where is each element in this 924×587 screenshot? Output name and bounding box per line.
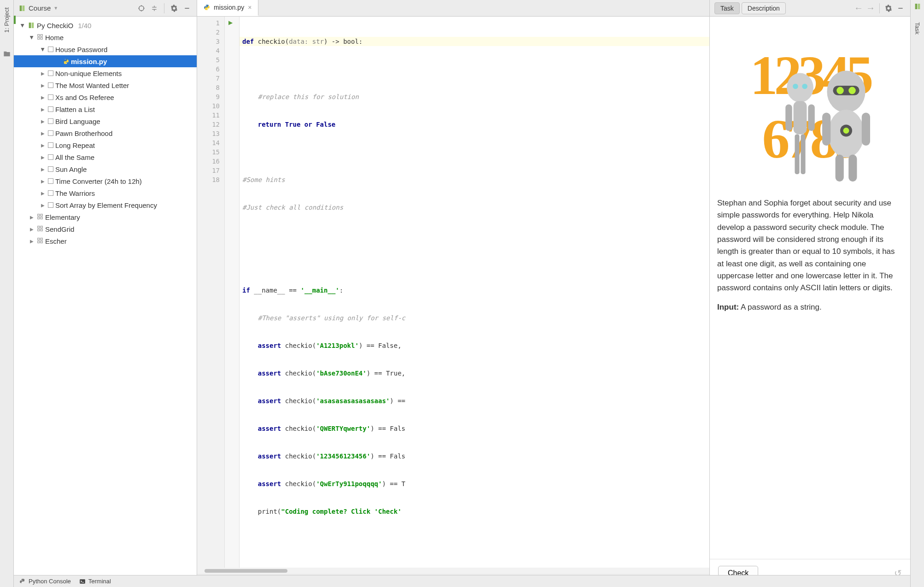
svg-rect-27 — [41, 241, 42, 243]
robot-image — [809, 68, 883, 189]
expand-arrow-icon: ▶ — [29, 239, 35, 244]
project-tool-window[interactable]: 1: Project — [3, 7, 10, 33]
home-label: Home — [45, 34, 64, 41]
terminal-button[interactable]: Terminal — [79, 578, 111, 585]
task-label: Long Repeat — [55, 141, 95, 149]
tree-home[interactable]: ▶ Home — [14, 31, 197, 43]
svg-rect-11 — [41, 34, 42, 36]
line-number: 2 — [197, 28, 224, 37]
task-icon — [48, 178, 53, 184]
python-file-icon — [204, 4, 210, 11]
line-number: 18 — [197, 175, 224, 184]
line-number-gutter: 1 2 3 4 5 6 7 8 9 10 11 12 13 14 15 16 1… — [197, 17, 225, 568]
editor-tabs: mission.py × — [197, 0, 709, 17]
python-console-button[interactable]: Python Console — [19, 578, 71, 585]
book-icon — [28, 22, 35, 29]
tree-task-item[interactable]: ▶Sun Angle — [14, 163, 197, 175]
svg-rect-20 — [38, 226, 40, 228]
svg-point-15 — [66, 63, 67, 64]
grid-icon — [37, 225, 43, 233]
code-editor[interactable]: def checkio(data: str) -> bool: #replace… — [240, 17, 709, 568]
task-icon — [48, 106, 53, 112]
tree-mission-file[interactable]: mission.py — [14, 55, 197, 67]
tree-task-item[interactable]: ▶All the Same — [14, 151, 197, 163]
svg-rect-36 — [801, 134, 805, 174]
task-toolbar: Task Description ← → — [710, 0, 910, 17]
settings-button[interactable] — [883, 3, 894, 13]
svg-rect-24 — [38, 238, 40, 240]
expand-arrow-icon: ▶ — [40, 119, 46, 124]
tree-task-item[interactable]: ▶The Most Wanted Letter — [14, 79, 197, 91]
minimize-button[interactable] — [895, 3, 906, 13]
folder-icon — [3, 50, 11, 58]
python-file-icon — [63, 58, 69, 65]
tree-house-password[interactable]: ▶ House Password — [14, 43, 197, 55]
task-icon — [48, 82, 53, 88]
tree-task-item[interactable]: ▶Non-unique Elements — [14, 67, 197, 79]
tree-task-item[interactable]: ▶Xs and Os Referee — [14, 91, 197, 103]
separator — [164, 3, 164, 13]
task-tab[interactable]: Task — [714, 2, 740, 14]
run-icon[interactable]: ▶ — [228, 19, 233, 26]
svg-rect-13 — [41, 37, 42, 39]
line-number: 10 — [197, 101, 224, 111]
line-number: 12 — [197, 120, 224, 129]
file-label: mission.py — [71, 58, 107, 65]
tree-group-item[interactable]: ▶SendGrid — [14, 223, 197, 235]
settings-button[interactable] — [169, 3, 179, 13]
run-gutter: ▶ — [225, 17, 240, 568]
tree-task-item[interactable]: ▶Long Repeat — [14, 139, 197, 151]
line-number: 7 — [197, 74, 224, 83]
next-task-button[interactable]: → — [866, 3, 876, 13]
svg-rect-21 — [41, 226, 42, 228]
expand-arrow-icon: ▶ — [40, 131, 46, 136]
tree-task-item[interactable]: ▶Bird Language — [14, 115, 197, 127]
prev-task-button[interactable]: ← — [854, 3, 864, 13]
svg-rect-33 — [785, 104, 792, 131]
expand-arrow-icon: ▶ — [40, 71, 46, 76]
tree-task-item[interactable]: ▶Flatten a List — [14, 103, 197, 115]
toolbar-label-text: Course — [29, 4, 51, 12]
collapse-all-button[interactable] — [149, 3, 159, 13]
task-label: Bird Language — [55, 117, 100, 125]
toolbar-title[interactable]: Course ▼ — [18, 4, 134, 12]
task-tool-window[interactable]: Task — [914, 22, 921, 35]
svg-rect-12 — [38, 37, 40, 39]
close-tab-button[interactable]: × — [248, 4, 251, 11]
svg-rect-35 — [795, 134, 799, 174]
task-panel: Task Description ← → 12345 6789 — [710, 0, 910, 587]
tree-group-item[interactable]: ▶Escher — [14, 235, 197, 247]
tree-root[interactable]: ▶ Py CheckiO 1/40 — [14, 19, 197, 31]
book-icon — [914, 3, 921, 10]
task-label: Pawn Brotherhood — [55, 129, 112, 137]
editor-tab[interactable]: mission.py × — [197, 0, 258, 16]
svg-rect-26 — [38, 241, 40, 243]
tree-group-item[interactable]: ▶Elementary — [14, 211, 197, 223]
locate-button[interactable] — [136, 3, 146, 13]
svg-point-46 — [836, 87, 844, 94]
grid-icon — [37, 213, 43, 221]
svg-point-29 — [207, 9, 208, 10]
tree-task-item[interactable]: ▶Pawn Brotherhood — [14, 127, 197, 139]
svg-rect-50 — [80, 579, 85, 583]
tree-task-item[interactable]: ▶Sort Array by Element Frequency — [14, 199, 197, 211]
line-number: 16 — [197, 157, 224, 166]
horizontal-scrollbar[interactable] — [197, 568, 709, 574]
task-label: Sort Array by Element Frequency — [55, 201, 157, 209]
line-number: 9 — [197, 92, 224, 101]
tree-task-item[interactable]: ▶Time Converter (24h to 12h) — [14, 175, 197, 187]
tree-task-item[interactable]: ▶The Warriors — [14, 187, 197, 199]
minimize-button[interactable] — [182, 3, 192, 13]
task-label: The Warriors — [55, 189, 95, 197]
task-label: All the Same — [55, 153, 94, 161]
expand-arrow-icon: ▶ — [40, 143, 46, 148]
task-label: Xs and Os Referee — [55, 94, 114, 101]
project-panel: Course ▼ ▶ Py CheckiO 1/40 ▶ Home ▶ — [14, 0, 197, 587]
python-icon — [19, 578, 26, 585]
svg-point-14 — [65, 59, 65, 59]
line-number: 8 — [197, 83, 224, 92]
book-icon — [18, 5, 26, 12]
line-number: 4 — [197, 46, 224, 55]
task-icon — [48, 202, 53, 208]
description-tab[interactable]: Description — [742, 2, 786, 14]
